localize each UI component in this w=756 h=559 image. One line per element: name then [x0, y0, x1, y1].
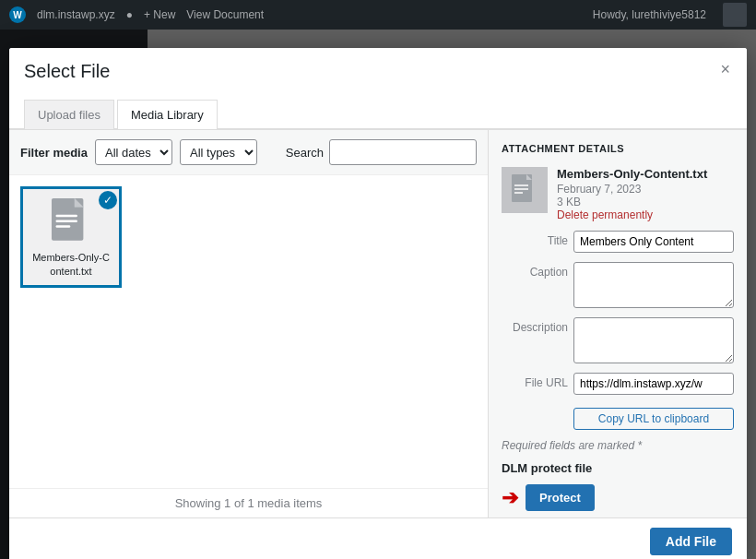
- bubble-icon: ●: [126, 8, 133, 21]
- media-item[interactable]: ✓ Members-Only-Content.txt: [20, 186, 122, 288]
- new-link[interactable]: + New: [144, 8, 175, 21]
- dlm-section-label: DLM protect file: [502, 461, 734, 475]
- description-label: Description: [502, 317, 568, 334]
- file-url-field-row: File URL: [502, 373, 734, 395]
- attachment-header: ATTACHMENT DETAILS: [502, 143, 734, 154]
- caption-label: Caption: [502, 262, 568, 279]
- media-panel: Filter media All dates All types Search: [9, 130, 489, 517]
- media-count: Showing 1 of 1 media items: [9, 488, 488, 517]
- attachment-meta: Members-Only-Content.txt February 7, 202…: [557, 167, 707, 221]
- filter-bar: Filter media All dates All types Search: [9, 130, 488, 175]
- title-input[interactable]: [573, 231, 734, 253]
- caption-field-row: Caption: [502, 262, 734, 308]
- protect-button[interactable]: Protect: [526, 484, 595, 511]
- view-doc-link[interactable]: View Document: [186, 8, 264, 21]
- modal-footer: Add File: [9, 517, 747, 559]
- attachment-panel: ATTACHMENT DETAILS Members-Only-Con: [489, 130, 747, 517]
- arrow-icon: ➔: [502, 486, 518, 510]
- copy-url-button[interactable]: Copy URL to clipboard: [573, 408, 734, 430]
- title-field-row: Title: [502, 231, 734, 253]
- add-file-button[interactable]: Add File: [650, 528, 732, 555]
- title-label: Title: [502, 231, 568, 247]
- site-name[interactable]: dlm.instawp.xyz: [37, 8, 115, 21]
- all-types-select[interactable]: All types: [180, 139, 257, 165]
- required-note: Required fields are marked *: [502, 439, 734, 452]
- select-file-modal: Select File × Upload files Media Library…: [9, 48, 747, 559]
- modal-overlay: Select File × Upload files Media Library…: [0, 30, 756, 559]
- filter-label: Filter media: [20, 146, 88, 160]
- search-bar: Search: [286, 139, 477, 165]
- file-url-label: File URL: [502, 373, 568, 389]
- howdy-text: Howdy, lurethiviye5812: [593, 8, 706, 21]
- attachment-file-info: Members-Only-Content.txt February 7, 202…: [502, 167, 734, 221]
- all-dates-select[interactable]: All dates: [95, 139, 172, 165]
- attachment-date: February 7, 2023: [557, 183, 707, 196]
- delete-permanently-link[interactable]: Delete permanently: [557, 208, 653, 221]
- attachment-filename: Members-Only-Content.txt: [557, 167, 707, 181]
- admin-bar: W dlm.instawp.xyz ● + New View Document …: [0, 0, 756, 30]
- file-url-input[interactable]: [573, 373, 734, 395]
- media-grid[interactable]: ✓ Members-Only-Content.txt: [9, 175, 488, 488]
- description-textarea[interactable]: [573, 317, 734, 363]
- search-input[interactable]: [329, 139, 477, 165]
- modal-header: Select File × Upload files Media Library: [9, 48, 747, 129]
- protect-row: ➔ Protect: [502, 484, 734, 511]
- close-button[interactable]: ×: [715, 59, 736, 79]
- modal-title: Select File: [24, 61, 110, 82]
- media-item-name: Members-Only-Content.txt: [30, 251, 112, 278]
- selected-checkmark: ✓: [99, 191, 117, 209]
- modal-body: Filter media All dates All types Search: [9, 129, 747, 517]
- caption-textarea[interactable]: [573, 262, 734, 308]
- attachment-size: 3 KB: [557, 196, 707, 208]
- file-icon: [49, 196, 93, 247]
- search-label: Search: [286, 146, 324, 160]
- tab-bar: Upload files Media Library: [24, 99, 732, 128]
- attachment-thumbnail: [502, 167, 548, 213]
- thumb-file-icon: [511, 173, 538, 207]
- description-field-row: Description: [502, 317, 734, 363]
- wp-logo: W: [9, 6, 26, 23]
- avatar: [723, 3, 747, 27]
- tab-media-library[interactable]: Media Library: [117, 100, 218, 129]
- tab-upload-files[interactable]: Upload files: [24, 100, 114, 129]
